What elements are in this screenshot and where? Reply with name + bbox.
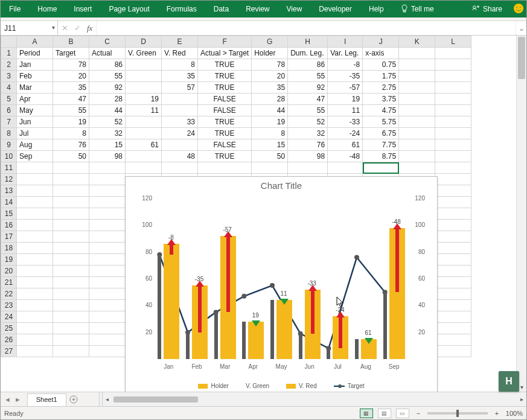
cell-L19[interactable] [435,254,471,266]
cell-C8[interactable]: 32 [89,128,126,139]
cell-G8[interactable]: 8 [252,128,288,139]
row-header-17[interactable]: 17 [1,231,17,243]
row-header-8[interactable]: 8 [1,128,17,139]
cell-B9[interactable]: 76 [53,139,89,151]
cell-G6[interactable]: 44 [252,105,288,116]
view-pagelayout-button[interactable]: ▤ [378,409,391,418]
arrow-red[interactable] [198,285,202,332]
cell-A5[interactable]: Apr [17,94,53,105]
cell-C27[interactable] [89,346,126,357]
cell-L21[interactable] [435,277,471,288]
arrow-red[interactable] [311,290,315,334]
bar-holder[interactable] [158,255,161,359]
cell-C22[interactable] [89,288,126,300]
cell-A21[interactable] [17,277,53,288]
cell-L2[interactable] [435,59,471,71]
cell-B8[interactable]: 8 [53,128,89,139]
cell-H11[interactable] [288,162,328,174]
cell-A3[interactable]: Feb [17,71,53,82]
cell-B15[interactable] [53,208,89,220]
row-header-5[interactable]: 5 [1,94,17,105]
cell-K11[interactable] [399,162,435,174]
cell-A19[interactable] [17,254,53,266]
cell-A2[interactable]: Jan [17,59,53,71]
cell-F4[interactable]: TRUE [198,82,252,94]
cell-G10[interactable]: 50 [252,151,288,162]
cell-B13[interactable] [53,185,89,197]
ribbon-tab-home[interactable]: Home [29,1,65,18]
cell-D1[interactable]: V. Green [126,48,162,59]
cell-C10[interactable]: 98 [89,151,126,162]
cell-L26[interactable] [435,334,471,346]
vertical-scrollbar[interactable]: ▴ ▾ [516,36,526,392]
row-header-14[interactable]: 14 [1,197,17,208]
ribbon-tab-view[interactable]: View [278,1,311,18]
cell-L8[interactable] [435,128,471,139]
row-header-7[interactable]: 7 [1,116,17,128]
cell-B12[interactable] [53,174,89,185]
cell-J4[interactable]: 2.75 [363,82,399,94]
select-all-corner[interactable] [1,36,17,48]
cell-E11[interactable] [162,162,198,174]
col-header-D[interactable]: D [126,36,162,48]
cell-L4[interactable] [435,82,471,94]
zoom-out-button[interactable]: − [414,410,423,417]
cell-D5[interactable]: 19 [126,94,162,105]
cell-L27[interactable] [435,346,471,357]
ribbon-tab-insert[interactable]: Insert [65,1,100,18]
cell-B26[interactable] [53,334,89,346]
cell-H5[interactable]: 47 [288,94,328,105]
cell-L25[interactable] [435,323,471,334]
cell-C26[interactable] [89,334,126,346]
scroll-left-icon[interactable]: ◂ [103,396,112,402]
row-header-26[interactable]: 26 [1,334,17,346]
cell-I4[interactable]: -57 [328,82,363,94]
bar-holder[interactable] [242,322,246,359]
scroll-right-icon[interactable]: ▸ [517,396,526,402]
cell-A18[interactable] [17,243,53,254]
cell-H3[interactable]: 55 [288,71,328,82]
cell-A7[interactable]: Jun [17,116,53,128]
row-header-18[interactable]: 18 [1,243,17,254]
zoom-slider[interactable] [427,412,488,415]
bar-yellow[interactable] [248,322,264,359]
row-header-21[interactable]: 21 [1,277,17,288]
cell-L10[interactable] [435,151,471,162]
line-marker[interactable] [241,294,246,299]
cell-B5[interactable]: 47 [53,94,89,105]
name-box[interactable]: J11 ▾ [1,21,58,35]
cell-L11[interactable] [435,162,471,174]
arrow-red[interactable] [395,228,399,292]
cell-B25[interactable] [53,323,89,334]
cell-D10[interactable] [126,151,162,162]
col-header-K[interactable]: K [399,36,435,48]
legend-item-target[interactable]: Target [334,383,365,389]
cell-L3[interactable] [435,71,471,82]
cell-C16[interactable] [89,220,126,231]
cell-L1[interactable] [435,48,471,59]
cell-C3[interactable]: 55 [89,71,126,82]
row-header-19[interactable]: 19 [1,254,17,266]
col-header-B[interactable]: B [53,36,89,48]
cell-C19[interactable] [89,254,126,266]
cell-E6[interactable] [162,105,198,116]
cell-G3[interactable]: 20 [252,71,288,82]
row-header-10[interactable]: 10 [1,151,17,162]
ribbon-tab-pagelayout[interactable]: Page Layout [100,1,158,18]
ribbon-tab-developer[interactable]: Developer [310,1,360,18]
cell-G9[interactable]: 15 [252,139,288,151]
row-header-23[interactable]: 23 [1,300,17,311]
cell-E4[interactable]: 57 [162,82,198,94]
cell-D7[interactable] [126,116,162,128]
cell-H4[interactable]: 92 [288,82,328,94]
cell-A20[interactable] [17,266,53,277]
bar-holder[interactable] [327,348,330,359]
row-header-6[interactable]: 6 [1,105,17,116]
cell-G4[interactable]: 35 [252,82,288,94]
row-header-25[interactable]: 25 [1,323,17,334]
cell-F7[interactable]: TRUE [198,116,252,128]
cell-G5[interactable]: 28 [252,94,288,105]
line-marker[interactable] [354,255,359,260]
formula-input[interactable] [97,21,516,35]
cell-A16[interactable] [17,220,53,231]
